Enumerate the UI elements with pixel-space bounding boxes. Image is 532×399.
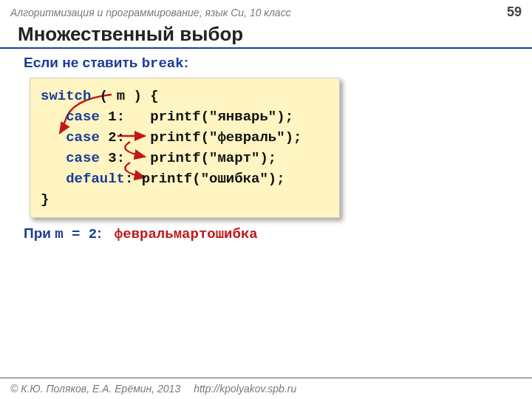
kw-case1: case (41, 109, 100, 125)
code-l4b: 3: printf("март"); (100, 150, 276, 166)
code-l6: } (41, 191, 49, 208)
code-content: switch ( m ) { case 1: printf("январь");… (41, 86, 329, 210)
code-l2b: 1: printf("январь"); (100, 109, 293, 125)
kw-case3: case (41, 150, 100, 166)
subtitle: Если не ставить break: (24, 55, 532, 72)
kw-case2: case (41, 129, 100, 146)
result-condition: m = 2 (55, 226, 97, 242)
result-prefix: При (24, 225, 55, 241)
title-divider (0, 47, 532, 49)
result-line: При m = 2: февральмартошибка (24, 225, 532, 242)
code-block: switch ( m ) { case 1: printf("январь");… (30, 78, 340, 218)
page-number: 59 (507, 4, 522, 20)
code-l1b: ( m ) { (91, 88, 158, 104)
subtitle-suffix: : (184, 55, 188, 70)
result-suffix: : (97, 225, 101, 241)
subtitle-prefix: Если не ставить (24, 55, 142, 70)
footer-copyright: © К.Ю. Поляков, Е.А. Ерёмин, 2013 (10, 383, 180, 395)
code-l3b: 2: printf("февраль"); (100, 129, 302, 146)
subtitle-keyword: break (142, 55, 184, 72)
kw-switch: switch (41, 88, 91, 104)
result-output: февральмартошибка (115, 226, 258, 242)
footer-url: http://kpolyakov.spb.ru (194, 383, 296, 395)
kw-default: default (41, 171, 125, 187)
page-title: Множественный выбор (18, 23, 532, 46)
course-label: Алгоритмизация и программирование, язык … (10, 7, 291, 18)
footer-divider (0, 378, 532, 378)
code-l5b: : printf("ошибка"); (125, 171, 285, 187)
